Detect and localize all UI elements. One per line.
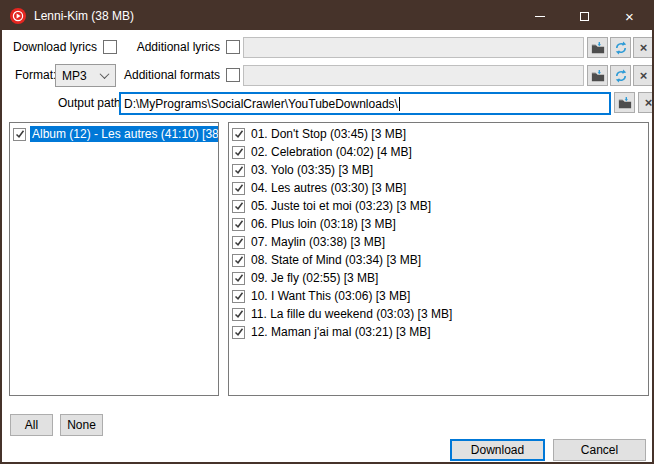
item-label: 03. Yolo (03:35) [3 MB]: [249, 162, 375, 178]
item-label: 05. Juste toi et moi (03:23) [3 MB]: [249, 198, 433, 214]
format-value: MP3: [62, 69, 87, 83]
item-checkbox[interactable]: [232, 200, 245, 213]
additional-formats-checkbox[interactable]: [226, 68, 240, 82]
open-folder-icon: [591, 41, 605, 55]
list-item[interactable]: 04. Les autres (03:30) [3 MB]: [229, 179, 648, 197]
item-checkbox[interactable]: [232, 236, 245, 249]
maximize-button[interactable]: [562, 2, 607, 30]
list-item[interactable]: 01. Don't Stop (03:45) [3 MB]: [229, 125, 648, 143]
refresh-lyrics-button[interactable]: [610, 37, 631, 58]
list-item[interactable]: 08. State of Mind (03:34) [3 MB]: [229, 251, 648, 269]
additional-lyrics-label: Additional lyrics: [132, 40, 220, 55]
open-folder-icon: [618, 96, 632, 110]
list-item[interactable]: 02. Celebration (04:02) [4 MB]: [229, 143, 648, 161]
download-button[interactable]: Download: [450, 439, 545, 461]
list-item[interactable]: Album (12) - Les autres (41:10) [38 MB]: [10, 125, 218, 143]
item-label: 08. State of Mind (03:34) [3 MB]: [249, 252, 423, 268]
format-select[interactable]: MP3: [55, 64, 116, 87]
output-path-label: Output path: [58, 96, 121, 111]
browse-lyrics-button[interactable]: [587, 37, 608, 58]
refresh-icon: [614, 41, 628, 55]
item-label: 04. Les autres (03:30) [3 MB]: [249, 180, 408, 196]
youtube-music-app-icon: [10, 8, 26, 24]
text-caret: [399, 97, 400, 111]
item-checkbox[interactable]: [232, 254, 245, 267]
clear-formats-button[interactable]: ×: [633, 65, 654, 86]
clear-lyrics-button[interactable]: ×: [633, 37, 654, 58]
item-checkbox[interactable]: [232, 182, 245, 195]
output-path-value: D:\MyPrograms\SocialCrawler\YouTubeDownl…: [124, 97, 398, 111]
title-bar: Lenni-Kim (38 MB) ×: [2, 2, 652, 30]
item-label: 06. Plus loin (03:18) [3 MB]: [249, 216, 398, 232]
chevron-down-icon: [100, 69, 110, 79]
cancel-button[interactable]: Cancel: [553, 439, 646, 461]
item-checkbox[interactable]: [232, 128, 245, 141]
app-window: Lenni-Kim (38 MB) × Download lyrics Addi…: [0, 0, 654, 464]
select-all-button[interactable]: All: [10, 414, 53, 436]
refresh-icon: [614, 69, 628, 83]
list-item[interactable]: 11. La fille du weekend (03:03) [3 MB]: [229, 305, 648, 323]
format-label: Format:: [15, 68, 56, 83]
browse-formats-button[interactable]: [587, 65, 608, 86]
output-path-input[interactable]: D:\MyPrograms\SocialCrawler\YouTubeDownl…: [119, 92, 611, 115]
clear-icon: ×: [640, 69, 648, 82]
item-checkbox[interactable]: [13, 128, 26, 141]
list-item[interactable]: 03. Yolo (03:35) [3 MB]: [229, 161, 648, 179]
album-list[interactable]: Album (12) - Les autres (41:10) [38 MB]: [9, 122, 219, 396]
item-checkbox[interactable]: [232, 146, 245, 159]
maximize-icon: [580, 12, 589, 21]
list-item[interactable]: 07. Maylin (03:38) [3 MB]: [229, 233, 648, 251]
item-label: Album (12) - Les autres (41:10) [38 MB]: [30, 126, 218, 142]
track-list[interactable]: 01. Don't Stop (03:45) [3 MB]02. Celebra…: [228, 122, 649, 396]
item-checkbox[interactable]: [232, 164, 245, 177]
close-icon: ×: [625, 9, 634, 24]
open-folder-icon: [591, 69, 605, 83]
download-lyrics-label: Download lyrics: [10, 40, 97, 55]
minimize-button[interactable]: [517, 2, 562, 30]
clear-icon: ×: [645, 96, 653, 109]
item-checkbox[interactable]: [232, 218, 245, 231]
clear-icon: ×: [640, 41, 648, 54]
refresh-formats-button[interactable]: [610, 65, 631, 86]
item-label: 07. Maylin (03:38) [3 MB]: [249, 234, 387, 250]
item-checkbox[interactable]: [232, 290, 245, 303]
item-label: 09. Je fly (02:55) [3 MB]: [249, 270, 380, 286]
minimize-icon: [535, 16, 545, 17]
select-none-button[interactable]: None: [60, 414, 103, 436]
item-label: 02. Celebration (04:02) [4 MB]: [249, 144, 414, 160]
additional-formats-label: Additional formats: [120, 68, 220, 83]
browse-output-button[interactable]: [614, 92, 635, 113]
item-label: 12. Maman j'ai mal (03:21) [3 MB]: [249, 324, 433, 340]
close-button[interactable]: ×: [607, 2, 652, 30]
item-checkbox[interactable]: [232, 326, 245, 339]
additional-formats-field[interactable]: [243, 65, 584, 86]
list-item[interactable]: 09. Je fly (02:55) [3 MB]: [229, 269, 648, 287]
list-item[interactable]: 05. Juste toi et moi (03:23) [3 MB]: [229, 197, 648, 215]
window-title: Lenni-Kim (38 MB): [34, 9, 517, 23]
additional-lyrics-field[interactable]: [243, 37, 584, 58]
item-label: 01. Don't Stop (03:45) [3 MB]: [249, 126, 408, 142]
item-checkbox[interactable]: [232, 308, 245, 321]
item-label: 11. La fille du weekend (03:03) [3 MB]: [249, 306, 454, 322]
download-lyrics-checkbox[interactable]: [103, 40, 117, 54]
list-item[interactable]: 10. I Want This (03:06) [3 MB]: [229, 287, 648, 305]
additional-lyrics-checkbox[interactable]: [226, 40, 240, 54]
clear-output-button[interactable]: ×: [638, 92, 654, 113]
item-label: 10. I Want This (03:06) [3 MB]: [249, 288, 412, 304]
list-item[interactable]: 12. Maman j'ai mal (03:21) [3 MB]: [229, 323, 648, 341]
list-item[interactable]: 06. Plus loin (03:18) [3 MB]: [229, 215, 648, 233]
item-checkbox[interactable]: [232, 272, 245, 285]
